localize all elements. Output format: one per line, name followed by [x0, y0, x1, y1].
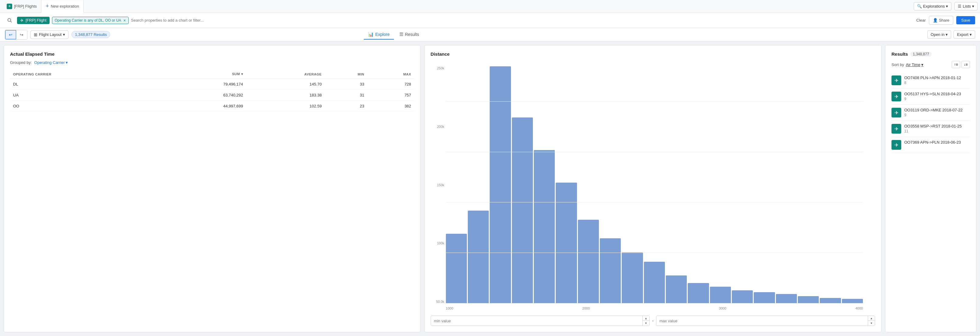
search-icon-button[interactable]	[5, 16, 14, 25]
save-button[interactable]: Save	[956, 16, 975, 24]
left-panel-title: Actual Elapsed Time	[10, 51, 414, 57]
avg-cell: 183.38	[246, 90, 325, 101]
grouped-by-value-text: Operating Carrier	[34, 60, 65, 65]
undo-button[interactable]: ↩	[5, 30, 16, 39]
max-cell: 728	[367, 79, 414, 90]
results-count: 1,348,877	[910, 52, 931, 57]
model-icon: ✈	[20, 18, 24, 23]
max-value-input-wrap: ▲ ▼	[656, 315, 875, 326]
histogram: 250k200k150k100k50.0k 1000200030004000 ▲…	[431, 60, 875, 326]
flight-item[interactable]: ✈ OO3119 ORD->MKE 2018-07-22 9	[891, 105, 970, 121]
max-down-button[interactable]: ▼	[868, 321, 875, 326]
filter-chip[interactable]: Operating Carrier is any of DL, OO or UA…	[52, 17, 129, 24]
table-row[interactable]: UA 63,740,292 183.38 31 757	[10, 90, 414, 101]
tab-frp-flights[interactable]: ✈ [FRP] Flights	[2, 0, 41, 13]
flight-item[interactable]: ✈ OO7369 APN->PLN 2018-06-23	[891, 137, 970, 153]
search-bar-actions: Clear 👤 Share Save	[916, 16, 975, 25]
results-pill[interactable]: 1,348,877 Results	[72, 31, 110, 38]
sort-chevron: ▾	[921, 62, 923, 67]
min-down-button[interactable]: ▼	[643, 321, 649, 326]
layout-grid-icon: ⊞	[34, 32, 37, 37]
flight-item-name: OO5137 HYS->SLN 2018-04-23	[904, 92, 970, 96]
model-badge[interactable]: ✈ [FRP] Flight	[17, 17, 49, 24]
x-axis-label: 1000	[446, 306, 453, 310]
export-button[interactable]: Export ▾	[953, 30, 975, 39]
min-up-button[interactable]: ▲	[643, 316, 649, 321]
tab-new-exploration[interactable]: + New exploration	[41, 0, 84, 13]
grid-line-2	[446, 152, 863, 152]
col-header-sum[interactable]: SUM ▾	[159, 70, 246, 79]
grouped-by-selector[interactable]: Operating Carrier ▾	[34, 60, 68, 65]
sum-cell: 44,997,699	[159, 101, 246, 112]
histogram-bar	[842, 299, 863, 303]
share-button[interactable]: 👤 Share	[929, 16, 953, 25]
sort-label: Sort by	[891, 62, 904, 67]
clear-button[interactable]: Clear	[916, 18, 926, 22]
max-cell: 757	[367, 90, 414, 101]
layout-button[interactable]: ⊞ Flight Layout ▾	[30, 30, 68, 39]
y-axis-label: 50.0k	[431, 300, 444, 303]
explorations-label: Explorations	[923, 4, 945, 8]
search-input[interactable]	[131, 18, 914, 22]
explore-tab[interactable]: 📊 Explore	[364, 30, 394, 40]
search-bar: ✈ [FRP] Flight Operating Carrier is any …	[0, 13, 980, 28]
grouped-by-row: Grouped by: Operating Carrier ▾	[10, 60, 414, 65]
x-axis-label: 4000	[855, 306, 862, 310]
grid-line-3	[446, 202, 863, 202]
histogram-bar	[644, 262, 665, 303]
col-header-average: AVERAGE	[246, 70, 325, 79]
flight-item-info: OO3558 MSP->RST 2018-01-25 11	[904, 124, 970, 133]
tab-frp-flights-label: [FRP] Flights	[14, 4, 37, 8]
flight-item-info: OO3119 ORD->MKE 2018-07-22 9	[904, 108, 970, 117]
sum-cell: 79,496,174	[159, 79, 246, 90]
flight-item-name: OO7408 PLN->APN 2018-01-12	[904, 75, 970, 80]
lists-button[interactable]: ☰ Lists ▾	[955, 2, 978, 10]
histogram-bar	[688, 283, 709, 303]
filter-close-icon[interactable]: ×	[123, 18, 126, 23]
flight-item-sub: 9	[904, 97, 970, 101]
tab-bar: ✈ [FRP] Flights + New exploration 🔍 Expl…	[0, 0, 980, 13]
sort-desc-button[interactable]: ↓≡	[961, 61, 970, 68]
explorations-button[interactable]: 🔍 Explorations ▾	[914, 2, 952, 10]
redo-button[interactable]: ↪	[16, 30, 27, 39]
min-spinners: ▲ ▼	[643, 316, 649, 326]
open-in-button[interactable]: Open in ▾	[928, 30, 951, 39]
table-row[interactable]: OO 44,997,699 102.59 23 382	[10, 101, 414, 112]
min-value-input[interactable]	[431, 317, 643, 325]
export-label: Export	[957, 32, 969, 37]
sum-label: SUM	[232, 72, 240, 76]
tab-add-icon: +	[46, 3, 49, 9]
histogram-bar	[666, 275, 687, 303]
max-value-input[interactable]	[656, 317, 868, 325]
flight-item-icon: ✈	[891, 124, 901, 134]
sort-controls: Sort by Air Time ▾ ↑≡ ↓≡	[891, 61, 970, 68]
results-tab[interactable]: ☰ Results	[395, 30, 423, 40]
histogram-bar	[600, 238, 621, 303]
flight-item-info: OO5137 HYS->SLN 2018-04-23 9	[904, 92, 970, 101]
explorations-icon: 🔍	[917, 4, 922, 8]
histogram-bar	[490, 66, 511, 303]
histogram-bar	[578, 220, 599, 303]
flight-item-info: OO7408 PLN->APN 2018-01-12 8	[904, 75, 970, 85]
sort-value[interactable]: Air Time ▾	[906, 62, 923, 67]
explorations-chevron: ▾	[946, 4, 948, 8]
data-table: OPERATING CARRIER SUM ▾ AVERAGE MIN MAX …	[10, 70, 414, 112]
carrier-cell: OO	[10, 101, 159, 112]
results-tab-label: Results	[405, 32, 419, 37]
table-row[interactable]: DL 79,496,174 145.70 33 728	[10, 79, 414, 90]
flight-item[interactable]: ✈ OO7408 PLN->APN 2018-01-12 8	[891, 72, 970, 89]
histogram-bar	[468, 210, 489, 303]
explore-label: Explore	[375, 32, 390, 37]
flight-item[interactable]: ✈ OO5137 HYS->SLN 2018-04-23 9	[891, 89, 970, 105]
grid-line-4	[446, 253, 863, 253]
mid-panel-title: Distance	[431, 51, 875, 57]
flight-item-name: OO7369 APN->PLN 2018-06-23	[904, 140, 970, 145]
sort-asc-button[interactable]: ↑≡	[952, 61, 960, 68]
left-panel: Actual Elapsed Time Grouped by: Operatin…	[4, 45, 421, 332]
flight-item[interactable]: ✈ OO3558 MSP->RST 2018-01-25 11	[891, 121, 970, 137]
flight-item-info: OO7369 APN->PLN 2018-06-23	[904, 140, 970, 145]
max-spinners: ▲ ▼	[868, 316, 875, 326]
histogram-bar	[798, 296, 819, 303]
max-up-button[interactable]: ▲	[868, 316, 875, 321]
min-cell: 23	[325, 101, 368, 112]
